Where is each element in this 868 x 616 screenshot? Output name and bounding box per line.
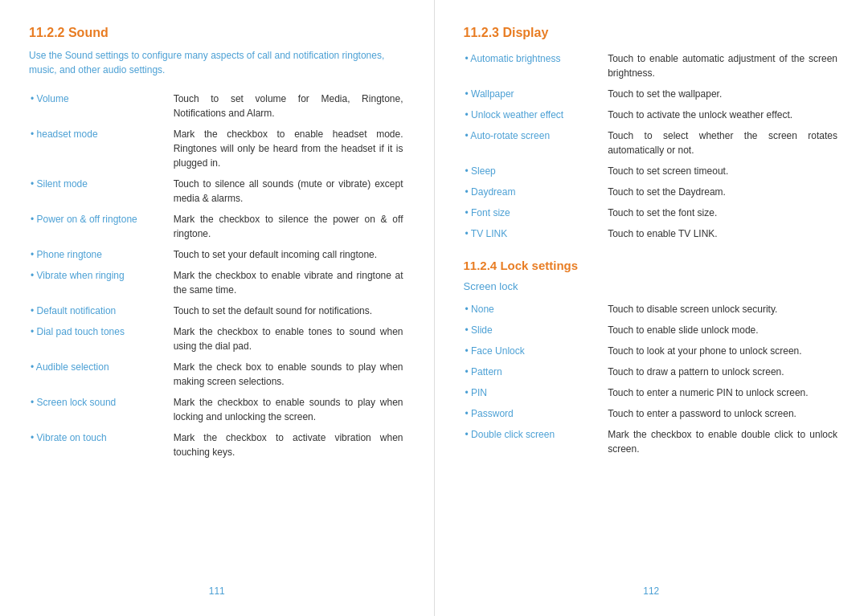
list-item: • TV LINK Touch to enable TV LINK.: [464, 223, 840, 244]
screen-lock-label: Screen lock: [464, 280, 840, 292]
list-item: • Screen lock sound Mark the checkbox to…: [29, 392, 405, 427]
item-description: Mark the checkbox to enable tones to sou…: [172, 321, 405, 357]
item-description: Touch to look at your phone to unlock sc…: [606, 341, 839, 361]
item-label: • Face Unlock: [464, 341, 607, 361]
item-description: Mark the checkbox to silence the power o…: [172, 209, 405, 244]
item-description: Touch to silence all sounds (mute or vib…: [172, 173, 405, 209]
list-item: • Sleep Touch to set screen timeout.: [464, 161, 840, 182]
item-description: Touch to set the font size.: [606, 202, 839, 223]
item-label: • Default notification: [29, 300, 172, 321]
item-label: • TV LINK: [464, 223, 607, 244]
item-label: • Pattern: [464, 361, 607, 382]
left-page: 11.2.2 Sound Use the Sound settings to c…: [0, 0, 435, 616]
item-label: • headset mode: [29, 124, 172, 173]
item-label: • PIN: [464, 382, 607, 403]
list-item: • Wallpaper Touch to set the wallpaper.: [464, 84, 840, 104]
sound-items-table: • Volume Touch to set volume for Media, …: [29, 88, 405, 463]
item-description: Touch to enable slide unlock mode.: [606, 320, 839, 341]
item-label: • Sleep: [464, 161, 607, 182]
item-description: Mark the check box to enable sounds to p…: [172, 357, 405, 392]
list-item: • Automatic brightness Touch to enable a…: [464, 48, 840, 84]
item-description: Touch to set the Daydream.: [606, 182, 839, 202]
item-description: Touch to enter a password to unlock scre…: [606, 403, 839, 424]
right-page: 11.2.3 Display • Automatic brightness To…: [435, 0, 869, 616]
item-label: • None: [464, 299, 607, 320]
item-description: Mark the checkbox to enable vibrate and …: [172, 265, 405, 300]
list-item: • Slide Touch to enable slide unlock mod…: [464, 320, 840, 341]
list-item: • Silent mode Touch to silence all sound…: [29, 173, 405, 209]
item-label: • Phone ringtone: [29, 244, 172, 265]
item-label: • Volume: [29, 88, 172, 124]
item-description: Touch to set the wallpaper.: [606, 84, 839, 104]
list-item: • Vibrate when ringing Mark the checkbox…: [29, 265, 405, 300]
item-label: • Power on & off ringtone: [29, 209, 172, 244]
item-description: Touch to select whether the screen rotat…: [606, 125, 839, 161]
item-description: Mark the checkbox to enable headset mode…: [172, 124, 405, 173]
list-item: • Password Touch to enter a password to …: [464, 403, 840, 424]
item-description: Mark the checkbox to enable double click…: [606, 424, 839, 459]
sound-intro: Use the Sound settings to configure many…: [29, 48, 405, 77]
item-label: • Silent mode: [29, 173, 172, 209]
item-label: • Wallpaper: [464, 84, 607, 104]
list-item: • headset mode Mark the checkbox to enab…: [29, 124, 405, 173]
item-label: • Double click screen: [464, 424, 607, 459]
item-label: • Unlock weather effect: [464, 104, 607, 125]
list-item: • Daydream Touch to set the Daydream.: [464, 182, 840, 202]
item-description: Touch to set screen timeout.: [606, 161, 839, 182]
item-description: Touch to enable automatic adjustment of …: [606, 48, 839, 84]
list-item: • Phone ringtone Touch to set your defau…: [29, 244, 405, 265]
left-page-number: 111: [29, 573, 405, 597]
list-item: • Vibrate on touch Mark the checkbox to …: [29, 427, 405, 463]
lock-items-table: • None Touch to disable screen unlock se…: [464, 299, 840, 459]
item-description: Touch to enter a numeric PIN to unlock s…: [606, 382, 839, 403]
item-description: Touch to set volume for Media, Ringtone,…: [172, 88, 405, 124]
list-item: • None Touch to disable screen unlock se…: [464, 299, 840, 320]
list-item: • Dial pad touch tones Mark the checkbox…: [29, 321, 405, 357]
item-description: Mark the checkbox to activate vibration …: [172, 427, 405, 463]
item-label: • Screen lock sound: [29, 392, 172, 427]
item-label: • Audible selection: [29, 357, 172, 392]
list-item: • PIN Touch to enter a numeric PIN to un…: [464, 382, 840, 403]
display-section-title: 11.2.3 Display: [464, 26, 840, 40]
lock-section-title: 11.2.4 Lock settings: [464, 259, 840, 272]
item-label: • Dial pad touch tones: [29, 321, 172, 357]
item-description: Touch to set your default incoming call …: [172, 244, 405, 265]
sound-section-title: 11.2.2 Sound: [29, 26, 405, 40]
list-item: • Double click screen Mark the checkbox …: [464, 424, 840, 459]
item-description: Touch to enable TV LINK.: [606, 223, 839, 244]
display-items-table: • Automatic brightness Touch to enable a…: [464, 48, 840, 244]
list-item: • Power on & off ringtone Mark the check…: [29, 209, 405, 244]
item-description: Touch to set the default sound for notif…: [172, 300, 405, 321]
list-item: • Default notification Touch to set the …: [29, 300, 405, 321]
item-label: • Slide: [464, 320, 607, 341]
list-item: • Volume Touch to set volume for Media, …: [29, 88, 405, 124]
item-label: • Password: [464, 403, 607, 424]
list-item: • Font size Touch to set the font size.: [464, 202, 840, 223]
item-description: Touch to disable screen unlock security.: [606, 299, 839, 320]
item-label: • Vibrate on touch: [29, 427, 172, 463]
item-label: • Font size: [464, 202, 607, 223]
item-description: Touch to activate the unlock weather eff…: [606, 104, 839, 125]
item-description: Touch to draw a pattern to unlock screen…: [606, 361, 839, 382]
item-label: • Vibrate when ringing: [29, 265, 172, 300]
list-item: • Auto-rotate screen Touch to select whe…: [464, 125, 840, 161]
list-item: • Audible selection Mark the check box t…: [29, 357, 405, 392]
list-item: • Face Unlock Touch to look at your phon…: [464, 341, 840, 361]
list-item: • Pattern Touch to draw a pattern to unl…: [464, 361, 840, 382]
right-page-number: 112: [464, 573, 840, 597]
item-label: • Daydream: [464, 182, 607, 202]
item-label: • Auto-rotate screen: [464, 125, 607, 161]
list-item: • Unlock weather effect Touch to activat…: [464, 104, 840, 125]
item-label: • Automatic brightness: [464, 48, 607, 84]
item-description: Mark the checkbox to enable sounds to pl…: [172, 392, 405, 427]
